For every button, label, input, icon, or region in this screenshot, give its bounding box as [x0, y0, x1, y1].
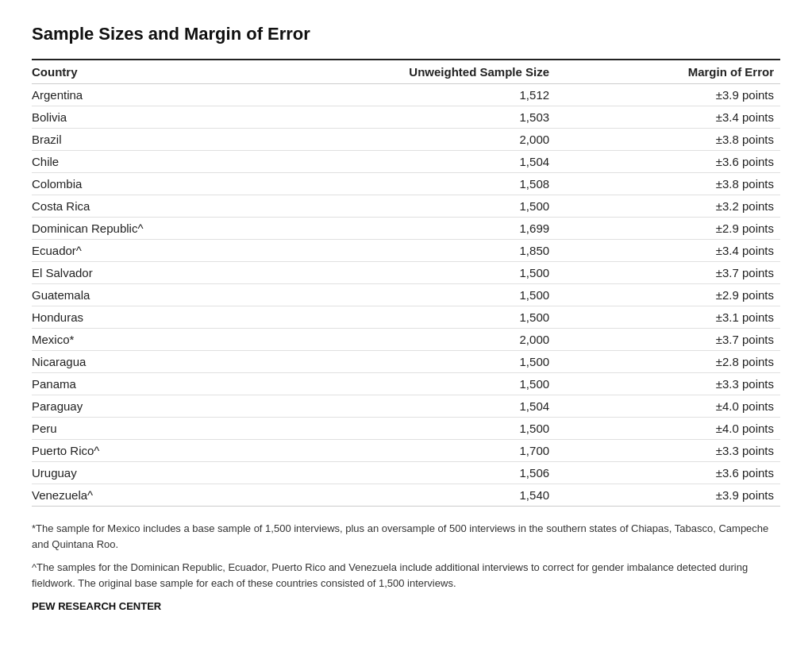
cell-country: Honduras [32, 306, 316, 329]
cell-country: Brazil [32, 129, 316, 151]
cell-margin: ±2.9 points [556, 218, 780, 240]
cell-margin: ±4.0 points [556, 418, 780, 440]
cell-country: Uruguay [32, 462, 316, 484]
cell-country: Chile [32, 151, 316, 173]
cell-country: Peru [32, 418, 316, 440]
cell-margin: ±3.8 points [556, 129, 780, 151]
cell-country: Argentina [32, 84, 316, 106]
table-row: Guatemala1,500±2.9 points [32, 284, 780, 306]
table-row: Paraguay1,504±4.0 points [32, 395, 780, 418]
cell-sample: 1,500 [316, 418, 556, 440]
page-title: Sample Sizes and Margin of Error [32, 24, 780, 44]
table-row: Venezuela^1,540±3.9 points [32, 484, 780, 507]
table-row: Bolivia1,503±3.4 points [32, 106, 780, 129]
cell-margin: ±3.9 points [556, 484, 780, 507]
cell-margin: ±3.4 points [556, 106, 780, 129]
cell-country: Venezuela^ [32, 484, 316, 507]
table-row: Honduras1,500±3.1 points [32, 306, 780, 329]
cell-country: Costa Rica [32, 195, 316, 218]
cell-sample: 1,700 [316, 440, 556, 462]
cell-country: Guatemala [32, 284, 316, 306]
table-row: Brazil2,000±3.8 points [32, 129, 780, 151]
cell-sample: 1,500 [316, 351, 556, 373]
cell-margin: ±4.0 points [556, 395, 780, 418]
cell-country: Colombia [32, 173, 316, 195]
cell-margin: ±3.7 points [556, 329, 780, 351]
cell-margin: ±3.4 points [556, 240, 780, 262]
cell-margin: ±3.9 points [556, 84, 780, 106]
cell-sample: 1,850 [316, 240, 556, 262]
cell-sample: 1,512 [316, 84, 556, 106]
table-row: Peru1,500±4.0 points [32, 418, 780, 440]
col-header-sample: Unweighted Sample Size [316, 60, 556, 84]
cell-margin: ±2.9 points [556, 284, 780, 306]
cell-margin: ±3.6 points [556, 462, 780, 484]
table-row: Panama1,500±3.3 points [32, 373, 780, 395]
cell-margin: ±3.6 points [556, 151, 780, 173]
cell-country: Dominican Republic^ [32, 218, 316, 240]
cell-sample: 1,500 [316, 306, 556, 329]
cell-country: Mexico* [32, 329, 316, 351]
cell-margin: ±3.8 points [556, 173, 780, 195]
cell-sample: 1,506 [316, 462, 556, 484]
cell-country: Bolivia [32, 106, 316, 129]
cell-margin: ±3.7 points [556, 262, 780, 284]
cell-country: Panama [32, 373, 316, 395]
cell-country: Paraguay [32, 395, 316, 418]
data-table: Country Unweighted Sample Size Margin of… [32, 59, 780, 507]
cell-sample: 1,699 [316, 218, 556, 240]
cell-sample: 2,000 [316, 329, 556, 351]
cell-margin: ±3.3 points [556, 440, 780, 462]
cell-margin: ±2.8 points [556, 351, 780, 373]
cell-margin: ±3.3 points [556, 373, 780, 395]
table-row: El Salvador1,500±3.7 points [32, 262, 780, 284]
table-row: Ecuador^1,850±3.4 points [32, 240, 780, 262]
table-row: Dominican Republic^1,699±2.9 points [32, 218, 780, 240]
cell-sample: 1,503 [316, 106, 556, 129]
cell-sample: 1,500 [316, 284, 556, 306]
table-row: Mexico*2,000±3.7 points [32, 329, 780, 351]
table-row: Costa Rica1,500±3.2 points [32, 195, 780, 218]
table-row: Uruguay1,506±3.6 points [32, 462, 780, 484]
table-row: Argentina1,512±3.9 points [32, 84, 780, 106]
cell-sample: 2,000 [316, 129, 556, 151]
table-row: Chile1,504±3.6 points [32, 151, 780, 173]
cell-sample: 1,504 [316, 151, 556, 173]
cell-sample: 1,504 [316, 395, 556, 418]
cell-sample: 1,500 [316, 195, 556, 218]
source-label: PEW RESEARCH CENTER [32, 600, 780, 612]
cell-sample: 1,540 [316, 484, 556, 507]
cell-margin: ±3.1 points [556, 306, 780, 329]
cell-country: Puerto Rico^ [32, 440, 316, 462]
cell-country: Nicaragua [32, 351, 316, 373]
table-row: Colombia1,508±3.8 points [32, 173, 780, 195]
col-header-country: Country [32, 60, 316, 84]
cell-country: Ecuador^ [32, 240, 316, 262]
cell-sample: 1,508 [316, 173, 556, 195]
cell-sample: 1,500 [316, 373, 556, 395]
cell-margin: ±3.2 points [556, 195, 780, 218]
footnote-caret: ^The samples for the Dominican Republic,… [32, 560, 780, 591]
cell-sample: 1,500 [316, 262, 556, 284]
table-row: Puerto Rico^1,700±3.3 points [32, 440, 780, 462]
footnote-asterisk: *The sample for Mexico includes a base s… [32, 521, 780, 552]
col-header-margin: Margin of Error [556, 60, 780, 84]
table-row: Nicaragua1,500±2.8 points [32, 351, 780, 373]
cell-country: El Salvador [32, 262, 316, 284]
